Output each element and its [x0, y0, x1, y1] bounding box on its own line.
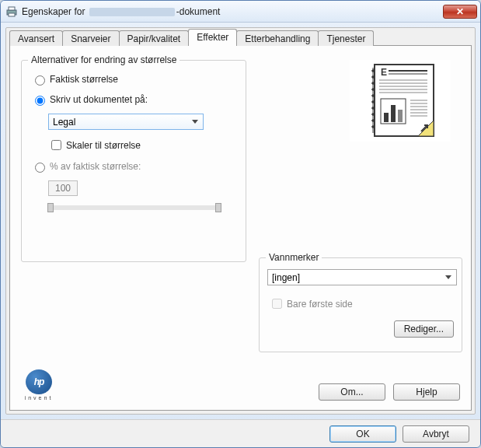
check-scale-to-fit[interactable]: Skaler til størrelse [48, 138, 246, 152]
hp-logo-subtext: invent [25, 395, 54, 401]
check-scale-to-fit-label: Skaler til størrelse [66, 140, 141, 151]
about-button[interactable]: Om... [319, 383, 385, 401]
edit-watermark-button[interactable]: Rediger... [394, 320, 454, 338]
hp-logo-text: hp [34, 376, 44, 387]
svg-point-12 [372, 114, 375, 116]
svg-point-7 [372, 82, 375, 85]
content-area: Avansert Snarveier Papir/kvalitet Effekt… [5, 27, 476, 415]
tab-finishing[interactable]: Etterbehandling [236, 30, 319, 46]
radio-percent[interactable]: % av faktisk størrelse: [31, 160, 246, 173]
svg-point-13 [372, 120, 375, 122]
paper-size-select[interactable]: Legal [48, 114, 204, 130]
watermark-select[interactable]: [ingen] [267, 269, 457, 285]
tab-advanced[interactable]: Avansert [9, 30, 63, 46]
radio-actual-size-label: Faktisk størrelse [50, 74, 118, 85]
svg-point-6 [372, 76, 375, 79]
tab-services[interactable]: Tjenester [318, 30, 374, 46]
help-button[interactable]: Hjelp [393, 383, 460, 401]
check-first-page-only-input [272, 299, 282, 309]
svg-point-11 [372, 107, 375, 110]
radio-percent-input[interactable] [35, 163, 45, 173]
group-watermarks-title: Vannmerker [266, 252, 322, 263]
group-resize-options: Alternativer for endring av størrelse Fa… [21, 60, 246, 262]
radio-actual-size-input[interactable] [35, 75, 45, 86]
dialog-footer: OK Avbryt [1, 419, 480, 447]
hp-logo: hp invent [21, 369, 57, 401]
tab-paper-quality[interactable]: Papir/kvalitet [119, 30, 190, 46]
close-icon: ✕ [456, 6, 464, 17]
svg-rect-2 [9, 13, 15, 16]
svg-rect-24 [384, 113, 389, 122]
title-prefix: Egenskaper for [22, 6, 88, 17]
check-first-page-only-label: Bare første side [287, 299, 353, 310]
title-suffix: -dokument [176, 6, 221, 17]
tab-panel-effects: Alternativer for endring av størrelse Fa… [9, 45, 472, 411]
svg-point-5 [372, 70, 375, 72]
svg-point-8 [372, 89, 375, 91]
printer-icon [5, 5, 18, 18]
page-preview: E [350, 60, 451, 142]
tab-shortcuts[interactable]: Snarveier [62, 30, 119, 46]
radio-print-on-label: Skriv ut dokumentet på: [50, 94, 148, 105]
svg-point-10 [372, 101, 375, 103]
cancel-button[interactable]: Avbryt [403, 425, 469, 443]
svg-text:E: E [381, 67, 387, 78]
group-resize-title: Alternativer for endring av størrelse [28, 54, 180, 65]
radio-print-on[interactable]: Skriv ut dokumentet på: [31, 93, 246, 106]
window-title: Egenskaper for -dokument [22, 6, 443, 17]
svg-rect-26 [398, 110, 403, 122]
check-scale-to-fit-input[interactable] [51, 140, 61, 150]
chevron-down-icon [442, 271, 454, 283]
titlebar: Egenskaper for -dokument ✕ [1, 1, 480, 23]
group-watermarks: Vannmerker [ingen] Bare første side Redi… [259, 257, 462, 352]
svg-point-14 [372, 126, 375, 128]
watermark-value: [ingen] [272, 272, 300, 283]
tab-strip: Avansert Snarveier Papir/kvalitet Effekt… [6, 29, 475, 46]
svg-point-9 [372, 95, 375, 97]
slider-max-icon [215, 203, 221, 212]
chevron-down-icon [189, 116, 200, 128]
radio-actual-size[interactable]: Faktisk størrelse [31, 73, 246, 86]
tab-effects[interactable]: Effekter [188, 29, 237, 46]
percent-slider [48, 205, 221, 210]
svg-rect-25 [391, 105, 396, 122]
radio-print-on-input[interactable] [35, 96, 45, 106]
check-first-page-only: Bare første side [269, 296, 454, 311]
slider-min-icon [47, 203, 54, 212]
hp-logo-icon: hp [26, 369, 52, 394]
obscured-printer-name [89, 8, 175, 16]
radio-percent-label: % av faktisk størrelse: [50, 161, 141, 172]
close-button[interactable]: ✕ [443, 5, 477, 19]
ok-button[interactable]: OK [329, 425, 396, 443]
paper-size-value: Legal [53, 117, 75, 128]
percent-value-box: 100 [48, 180, 78, 196]
svg-rect-1 [9, 7, 15, 10]
percent-value: 100 [55, 183, 71, 194]
dialog-window: Egenskaper for -dokument ✕ Avansert Snar… [0, 0, 481, 448]
